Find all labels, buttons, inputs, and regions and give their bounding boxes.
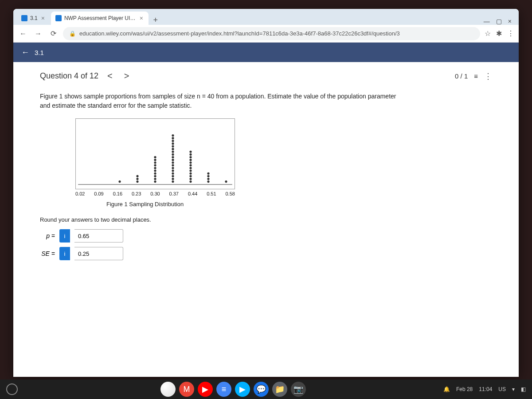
svg-point-14 <box>172 180 174 183</box>
svg-point-47 <box>207 172 209 175</box>
youtube-icon[interactable]: ▶ <box>198 382 213 397</box>
question-content: Question 4 of 12 < > 0 / 1 ≡ ⋮ Figure 1 … <box>13 62 519 377</box>
maximize-icon[interactable]: ▢ <box>496 18 502 25</box>
wifi-icon: ▾ <box>512 386 515 392</box>
browser-window: 3.1 × NWP Assessment Player UI App × + —… <box>13 9 519 377</box>
svg-point-23 <box>172 156 174 158</box>
list-icon[interactable]: ≡ <box>474 72 478 80</box>
prev-question-button[interactable]: < <box>105 71 115 81</box>
notifications-icon[interactable]: 🔔 <box>443 386 450 392</box>
svg-point-16 <box>172 175 174 177</box>
svg-point-42 <box>189 153 192 156</box>
svg-point-24 <box>172 153 174 156</box>
lock-icon: 🔒 <box>69 31 76 37</box>
play-store-icon[interactable]: ▶ <box>235 382 250 397</box>
svg-point-30 <box>172 137 174 139</box>
svg-point-11 <box>154 161 156 164</box>
svg-point-1 <box>136 180 138 183</box>
tab-1[interactable]: 3.1 × <box>17 12 50 25</box>
svg-point-6 <box>154 175 156 177</box>
tab-strip: 3.1 × NWP Assessment Player UI App × + —… <box>13 9 519 25</box>
tab-favicon <box>55 15 62 21</box>
close-icon[interactable]: × <box>139 15 144 22</box>
launcher-icon[interactable] <box>6 383 18 395</box>
svg-point-19 <box>172 167 174 169</box>
extensions-icon[interactable]: ✱ <box>496 29 502 38</box>
svg-point-39 <box>189 161 192 164</box>
info-icon[interactable]: i <box>59 247 70 260</box>
svg-point-20 <box>172 164 174 166</box>
tab-2[interactable]: NWP Assessment Player UI App × <box>51 12 149 25</box>
svg-point-15 <box>172 178 174 180</box>
answer-row-p: p = i <box>40 229 492 243</box>
figure-caption: Figure 1 Sampling Distribution <box>106 201 492 207</box>
app-breadcrumb: 3.1 <box>35 49 44 56</box>
chrome-icon[interactable] <box>160 382 176 397</box>
kebab-icon[interactable]: ⋮ <box>484 71 492 81</box>
back-button[interactable]: ← <box>18 30 28 38</box>
p-input[interactable] <box>74 229 123 243</box>
svg-point-4 <box>154 180 156 183</box>
svg-point-33 <box>189 178 192 180</box>
tab-favicon <box>21 15 27 21</box>
svg-point-3 <box>136 175 138 177</box>
svg-point-27 <box>172 145 174 147</box>
svg-point-22 <box>172 159 174 161</box>
svg-point-46 <box>207 175 209 177</box>
files-icon[interactable]: 📁 <box>272 382 287 397</box>
svg-point-31 <box>172 134 174 137</box>
close-icon[interactable]: × <box>40 15 46 22</box>
taskbar: M ▶ ≡ ▶ 💬 📁 📷 🔔 Feb 28 11:04 US ▾ ◧ <box>0 379 532 399</box>
question-prompt: Figure 1 shows sample proportions from s… <box>40 92 492 110</box>
se-input[interactable] <box>74 247 123 260</box>
answer-row-se: SE = i <box>40 247 492 260</box>
svg-point-5 <box>154 178 156 180</box>
svg-point-26 <box>172 148 174 150</box>
next-question-button[interactable]: > <box>121 71 132 81</box>
messages-icon[interactable]: 💬 <box>254 382 269 397</box>
svg-point-18 <box>172 170 174 172</box>
svg-point-44 <box>207 180 209 183</box>
svg-point-12 <box>154 159 156 161</box>
forward-button[interactable]: → <box>33 30 43 38</box>
svg-point-7 <box>154 172 156 175</box>
svg-point-32 <box>189 180 192 183</box>
se-label: SE = <box>40 250 55 257</box>
svg-point-21 <box>172 161 174 164</box>
star-icon[interactable]: ☆ <box>485 29 491 38</box>
status-tray[interactable]: 🔔 Feb 28 11:04 US ▾ ◧ <box>443 386 526 392</box>
app-header-bar: ← 3.1 <box>13 43 519 62</box>
svg-point-34 <box>189 175 192 177</box>
svg-point-43 <box>189 151 192 153</box>
url-bar[interactable]: 🔒 education.wiley.com/was/ui/v2/assessme… <box>63 27 480 40</box>
tab-title: NWP Assessment Player UI App <box>64 15 136 21</box>
app-back-icon[interactable]: ← <box>21 48 29 57</box>
gmail-icon[interactable]: M <box>179 382 194 397</box>
svg-point-17 <box>172 172 174 175</box>
minimize-icon[interactable]: — <box>484 18 490 25</box>
info-icon[interactable]: i <box>59 229 70 243</box>
svg-point-37 <box>189 167 192 169</box>
question-title: Question 4 of 12 <box>40 71 98 81</box>
url-text: education.wiley.com/was/ui/v2/assessment… <box>79 30 400 37</box>
sampling-distribution-plot <box>75 118 235 189</box>
svg-point-38 <box>189 164 192 166</box>
tab-title: 3.1 <box>30 15 38 21</box>
p-label: p = <box>40 232 55 239</box>
svg-point-41 <box>189 156 192 158</box>
camera-icon[interactable]: 📷 <box>291 382 306 397</box>
svg-point-8 <box>154 170 156 172</box>
window-controls: — ▢ × <box>480 18 515 25</box>
svg-point-36 <box>189 170 192 172</box>
svg-point-29 <box>172 140 174 142</box>
docs-icon[interactable]: ≡ <box>216 382 231 397</box>
svg-point-25 <box>172 151 174 153</box>
shelf-date: Feb 28 <box>456 386 473 392</box>
svg-point-28 <box>172 142 174 145</box>
new-tab-button[interactable]: + <box>149 16 162 25</box>
rounding-instruction: Round your answers to two decimal places… <box>40 216 492 223</box>
question-score-area: 0 / 1 ≡ ⋮ <box>455 71 492 81</box>
reload-button[interactable]: ⟳ <box>48 29 59 38</box>
menu-icon[interactable]: ⋮ <box>507 29 514 38</box>
close-window-icon[interactable]: × <box>508 18 512 25</box>
